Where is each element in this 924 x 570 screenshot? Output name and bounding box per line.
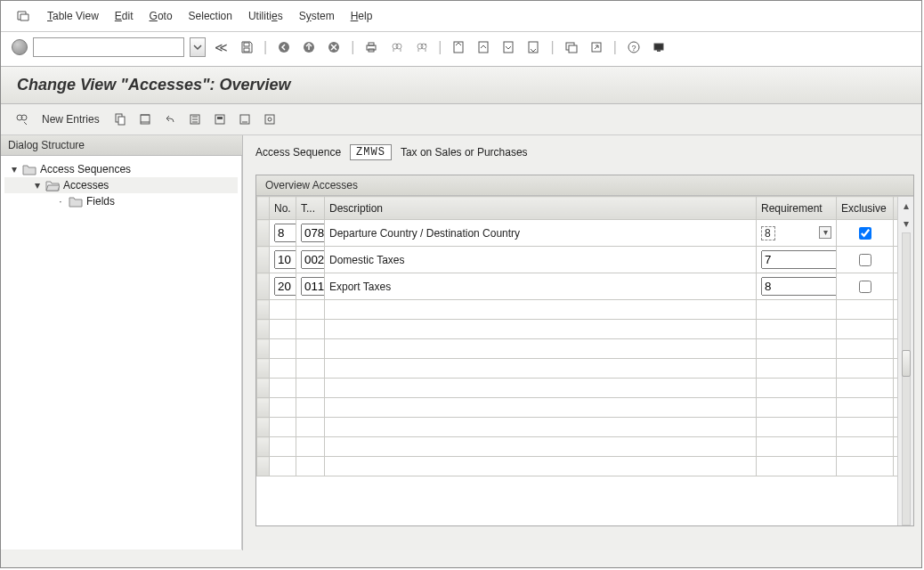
- menu-window-icon[interactable]: [15, 8, 31, 24]
- cell-excl[interactable]: [837, 418, 894, 437]
- col-no[interactable]: No.: [270, 197, 296, 220]
- prev-page-button[interactable]: [474, 37, 493, 57]
- table-row[interactable]: [257, 379, 913, 398]
- cell-tab[interactable]: [296, 273, 325, 300]
- tree-node-fields[interactable]: · Fields: [4, 193, 238, 209]
- cell-no[interactable]: [270, 457, 296, 476]
- cell-req[interactable]: [757, 359, 837, 379]
- cell-tab[interactable]: [296, 398, 325, 418]
- cell-tab[interactable]: [296, 339, 325, 359]
- cell-req[interactable]: [757, 273, 837, 300]
- cell-req[interactable]: [757, 320, 837, 339]
- new-entries-button[interactable]: New Entries: [36, 113, 105, 126]
- expand-icon[interactable]: ▾: [10, 163, 19, 175]
- row-selector[interactable]: [257, 418, 270, 437]
- shortcut-button[interactable]: [587, 37, 606, 57]
- menu-selection[interactable]: Selection: [189, 10, 232, 22]
- toolbar-collapse-icon[interactable]: ≪: [211, 40, 231, 54]
- cell-no[interactable]: [270, 379, 296, 398]
- table-row[interactable]: [257, 418, 913, 437]
- print-button[interactable]: [361, 37, 381, 57]
- cell-tab[interactable]: [296, 418, 325, 437]
- table-row[interactable]: Domestic Taxes: [257, 247, 913, 273]
- cell-excl[interactable]: [837, 247, 894, 273]
- table-row[interactable]: [257, 300, 913, 320]
- expand-icon[interactable]: ▾: [33, 179, 42, 191]
- cell-tab[interactable]: [296, 379, 325, 398]
- tab-input[interactable]: [301, 277, 325, 296]
- deselect-all-button[interactable]: [235, 110, 255, 129]
- menu-goto[interactable]: Goto: [150, 10, 173, 22]
- cell-req[interactable]: 8▾: [757, 220, 837, 247]
- tree-node-access-sequences[interactable]: ▾ Access Sequences: [4, 161, 238, 177]
- select-all-button[interactable]: [185, 110, 205, 129]
- cell-req[interactable]: [757, 300, 837, 320]
- cell-excl[interactable]: [837, 220, 894, 247]
- cell-no[interactable]: [270, 300, 296, 320]
- scroll-up-icon[interactable]: ▴: [900, 200, 912, 212]
- scroll-track[interactable]: [902, 232, 911, 525]
- no-input[interactable]: [274, 224, 296, 242]
- cell-excl[interactable]: [837, 320, 894, 339]
- table-row[interactable]: Departure Country / Destination Country8…: [257, 220, 913, 247]
- config-button[interactable]: [260, 110, 280, 129]
- cell-req[interactable]: [757, 398, 837, 418]
- menu-utilities[interactable]: Utilities: [248, 10, 283, 22]
- cell-excl[interactable]: [837, 379, 894, 398]
- cell-excl[interactable]: [837, 457, 894, 476]
- cell-excl[interactable]: [837, 339, 894, 359]
- row-selector[interactable]: [257, 339, 270, 359]
- col-tab[interactable]: T...: [296, 197, 325, 220]
- tab-input[interactable]: [301, 250, 325, 269]
- cancel-button[interactable]: [324, 37, 344, 57]
- cell-excl[interactable]: [837, 273, 894, 300]
- row-selector[interactable]: [257, 320, 270, 339]
- find-button[interactable]: [386, 37, 406, 57]
- cell-no[interactable]: [270, 247, 296, 273]
- back-button[interactable]: [274, 37, 294, 57]
- row-selector[interactable]: [257, 247, 270, 273]
- exclusive-checkbox[interactable]: [859, 281, 871, 293]
- scroll-thumb[interactable]: [902, 350, 911, 377]
- cell-req[interactable]: [757, 339, 837, 359]
- table-row[interactable]: [257, 398, 913, 418]
- cell-excl[interactable]: [837, 359, 894, 379]
- table-row[interactable]: Export Taxes: [257, 273, 913, 300]
- cell-no[interactable]: [270, 398, 296, 418]
- menu-edit[interactable]: Edit: [115, 10, 134, 22]
- cell-excl[interactable]: [837, 437, 894, 457]
- cell-req[interactable]: [757, 418, 837, 437]
- row-selector[interactable]: [257, 300, 270, 320]
- cell-no[interactable]: [270, 320, 296, 339]
- customize-layout-button[interactable]: [649, 37, 669, 57]
- cell-tab[interactable]: [296, 220, 325, 247]
- find-next-button[interactable]: [411, 37, 431, 57]
- row-selector[interactable]: [257, 398, 270, 418]
- cell-tab[interactable]: [296, 457, 325, 476]
- col-desc[interactable]: Description: [325, 197, 757, 220]
- first-page-button[interactable]: [449, 37, 468, 57]
- next-page-button[interactable]: [498, 37, 518, 57]
- last-page-button[interactable]: [523, 37, 543, 57]
- requirement-input[interactable]: [761, 250, 837, 269]
- vertical-scrollbar[interactable]: ▴ ▾: [897, 197, 913, 525]
- scroll-down-icon[interactable]: ▾: [900, 217, 912, 230]
- cell-tab[interactable]: [296, 320, 325, 339]
- row-selector[interactable]: [257, 359, 270, 379]
- enter-button[interactable]: [12, 39, 28, 55]
- command-field[interactable]: [33, 37, 184, 57]
- select-block-button[interactable]: [210, 110, 230, 129]
- row-selector[interactable]: [257, 273, 270, 300]
- no-input[interactable]: [274, 250, 296, 269]
- delete-button[interactable]: [135, 110, 155, 129]
- cell-no[interactable]: [270, 220, 296, 247]
- col-select[interactable]: [257, 197, 270, 220]
- copy-as-button[interactable]: [110, 110, 130, 129]
- table-row[interactable]: [257, 320, 913, 339]
- cell-req[interactable]: [757, 379, 837, 398]
- tab-input[interactable]: [301, 224, 325, 242]
- new-session-button[interactable]: [562, 37, 581, 57]
- cell-req[interactable]: [757, 437, 837, 457]
- cell-tab[interactable]: [296, 359, 325, 379]
- row-selector[interactable]: [257, 379, 270, 398]
